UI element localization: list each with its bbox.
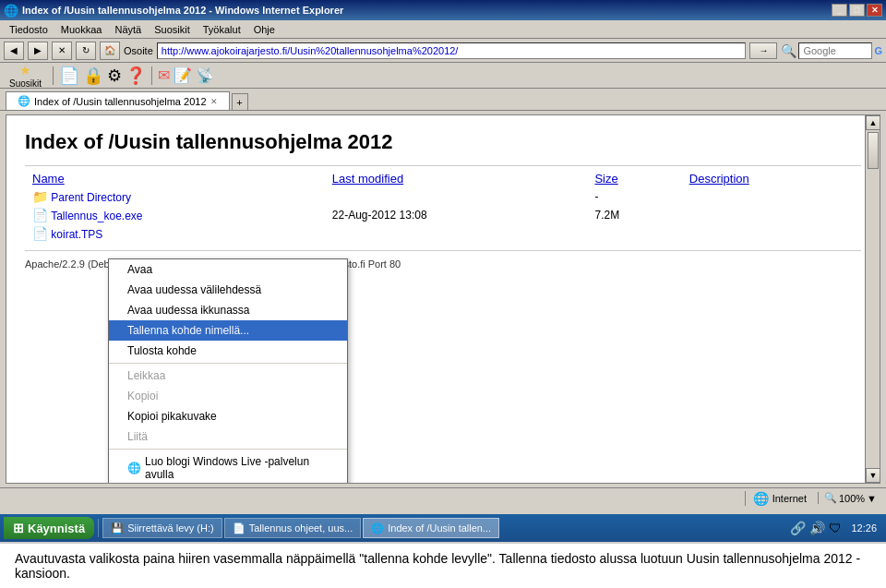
ctx-kopioi-pikakuvake[interactable]: Kopioi pikakuvake bbox=[109, 406, 347, 426]
back-button[interactable]: ◀ bbox=[4, 42, 24, 60]
close-button[interactable]: ✕ bbox=[867, 4, 882, 17]
col-description-link[interactable]: Description bbox=[689, 172, 749, 186]
start-button[interactable]: ⊞ Käynnistä bbox=[4, 517, 94, 539]
help-icon[interactable]: ❓ bbox=[126, 66, 146, 86]
zoom-dropdown-icon[interactable]: ▼ bbox=[867, 493, 877, 504]
rss-icon[interactable]: 📡 bbox=[196, 66, 214, 84]
search-input[interactable] bbox=[798, 42, 872, 59]
blog-icon[interactable]: 📝 bbox=[174, 66, 192, 84]
safety-icon[interactable]: 🔒 bbox=[83, 66, 103, 86]
menu-tiedosto[interactable]: Tiedosto bbox=[4, 22, 54, 37]
status-zoom: 🔍 100% ▼ bbox=[818, 492, 882, 504]
scroll-up-button[interactable]: ▲ bbox=[866, 115, 880, 130]
table-header-row: Name Last modified Size Description bbox=[25, 170, 861, 187]
menu-suosikit[interactable]: Suosikit bbox=[149, 22, 196, 37]
table-row: 📁 Parent Directory - bbox=[25, 187, 861, 206]
zoom-level: 100% bbox=[839, 493, 865, 504]
network-tray-icon[interactable]: 🔗 bbox=[790, 521, 806, 535]
scroll-track[interactable] bbox=[866, 132, 880, 169]
col-size: Size bbox=[587, 170, 681, 187]
minimize-button[interactable]: _ bbox=[832, 4, 847, 17]
koirat-tps-link[interactable]: koirat.TPS bbox=[51, 228, 102, 241]
start-label: Käynnistä bbox=[28, 522, 85, 535]
taskbar-drive-button[interactable]: 💾 Siirrettävä levy (H:) bbox=[102, 518, 222, 538]
context-menu[interactable]: Avaa Avaa uudessa välilehdessä Avaa uude… bbox=[108, 258, 348, 484]
scrollbar[interactable]: ▲ ▼ bbox=[865, 115, 880, 483]
address-bar: ◀ ▶ ✕ ↻ 🏠 Osoite → 🔍 G bbox=[0, 39, 886, 63]
scroll-down-button[interactable]: ▼ bbox=[866, 468, 880, 483]
drive-icon: 💾 bbox=[111, 522, 124, 534]
title-bar: 🌐 Index of /Uusin tallennusohjelma 2012 … bbox=[0, 0, 886, 20]
toolbar: ★ Suosikit 📄 🔒 ⚙ ❓ ✉ 📝 📡 bbox=[0, 63, 886, 89]
taskbar-separator bbox=[98, 519, 99, 537]
tps-file-icon: 📄 bbox=[32, 226, 48, 241]
taskbar-tallennus-button[interactable]: 📄 Tallennus ohjeet, uus... bbox=[224, 518, 362, 538]
menu-nayta[interactable]: Näytä bbox=[109, 22, 147, 37]
volume-tray-icon[interactable]: 🔊 bbox=[809, 521, 825, 535]
new-tab-button[interactable]: + bbox=[232, 93, 248, 110]
col-modified-link[interactable]: Last modified bbox=[332, 172, 403, 186]
home-button[interactable]: 🏠 bbox=[100, 42, 120, 60]
star-icon: ★ bbox=[19, 63, 31, 78]
ctx-tallenna[interactable]: Tallenna kohde nimellä... bbox=[109, 320, 347, 341]
ctx-liita: Liitä bbox=[109, 426, 347, 447]
taskbar-tray: 🔗 🔊 🛡 12:26 bbox=[790, 521, 882, 535]
file-name-cell: 📄 koirat.TPS bbox=[25, 224, 325, 243]
file-modified-cell bbox=[325, 224, 588, 243]
zone-label: Internet bbox=[772, 493, 807, 504]
doc-icon: 📄 bbox=[233, 522, 245, 534]
menu-ohje[interactable]: Ohje bbox=[248, 22, 281, 37]
ctx-separator-1 bbox=[109, 363, 347, 364]
tools-icon[interactable]: ⚙ bbox=[107, 66, 122, 86]
file-table: Name Last modified Size Description 📁 Pa… bbox=[25, 170, 861, 243]
blog-ctx-icon: 🌐 bbox=[127, 462, 141, 474]
taskbar-ie-button[interactable]: 🌐 Index of /Uusin tallen... bbox=[363, 518, 499, 538]
file-desc-cell bbox=[682, 224, 861, 243]
favorites-button[interactable]: ★ Suosikit bbox=[4, 61, 47, 90]
col-name-link[interactable]: Name bbox=[32, 172, 65, 186]
bottom-text-area: Avautuvasta valikosta paina hiiren vasem… bbox=[0, 542, 886, 588]
parent-dir-link[interactable]: Parent Directory bbox=[51, 191, 131, 204]
col-size-link[interactable]: Size bbox=[594, 172, 617, 186]
maximize-button[interactable]: □ bbox=[849, 4, 865, 17]
menu-muokkaa[interactable]: Muokkaa bbox=[55, 22, 108, 37]
ctx-blogi[interactable]: 🌐 Luo blogi Windows Live -palvelun avull… bbox=[109, 451, 347, 484]
ctx-avaa[interactable]: Avaa bbox=[109, 259, 347, 280]
tallennus-koe-link[interactable]: Tallennus_koe.exe bbox=[51, 210, 142, 222]
tab-close-icon[interactable]: ✕ bbox=[210, 97, 218, 106]
stop-button[interactable]: ✕ bbox=[52, 42, 72, 60]
file-size-cell: 7.2M bbox=[587, 206, 681, 224]
page-icon[interactable]: 📄 bbox=[59, 66, 79, 86]
scroll-thumb[interactable] bbox=[868, 132, 879, 169]
ctx-avaa-ikkuna[interactable]: Avaa uudessa ikkunassa bbox=[109, 300, 347, 320]
status-zone: 🌐 Internet bbox=[745, 491, 814, 506]
ctx-tulosta[interactable]: Tulosta kohde bbox=[109, 341, 347, 361]
search-engine-logo: G bbox=[874, 45, 882, 56]
page-heading: Index of /Uusin tallennusohjelma 2012 bbox=[25, 130, 861, 154]
menu-tyokalut[interactable]: Työkalut bbox=[198, 22, 246, 37]
file-name-cell: 📁 Parent Directory bbox=[25, 187, 325, 206]
address-input[interactable] bbox=[157, 42, 747, 59]
instruction-text: Avautuvasta valikosta paina hiiren vasem… bbox=[15, 551, 871, 581]
ie-label: Index of /Uusin tallen... bbox=[388, 522, 491, 534]
file-desc-cell bbox=[682, 187, 861, 206]
ctx-avaa-valilehti[interactable]: Avaa uudessa välilehdessä bbox=[109, 280, 347, 300]
window-controls[interactable]: _ □ ✕ bbox=[832, 4, 882, 17]
refresh-button[interactable]: ↻ bbox=[76, 42, 96, 60]
file-desc-cell bbox=[682, 206, 861, 224]
address-label: Osoite bbox=[124, 45, 153, 56]
toolbar-separator bbox=[53, 66, 54, 85]
antivirus-tray-icon[interactable]: 🛡 bbox=[829, 521, 842, 535]
search-icon: 🔍 bbox=[781, 43, 796, 58]
main-tab[interactable]: 🌐 Index of /Uusin tallennusohjelma 2012 … bbox=[6, 91, 230, 110]
forward-button[interactable]: ▶ bbox=[28, 42, 48, 60]
go-button[interactable]: → bbox=[749, 42, 777, 59]
col-name: Name bbox=[25, 170, 325, 187]
mail-icon[interactable]: ✉ bbox=[158, 66, 170, 84]
search-area: 🔍 G bbox=[781, 42, 882, 59]
ctx-kopioi: Kopioi bbox=[109, 386, 347, 406]
file-modified-cell bbox=[325, 187, 588, 206]
ctx-leikkaa: Leikkaa bbox=[109, 366, 347, 386]
internet-icon: 🌐 bbox=[753, 491, 769, 506]
window-title: Index of /Uusin tallennusohjelma 2012 - … bbox=[22, 5, 343, 16]
